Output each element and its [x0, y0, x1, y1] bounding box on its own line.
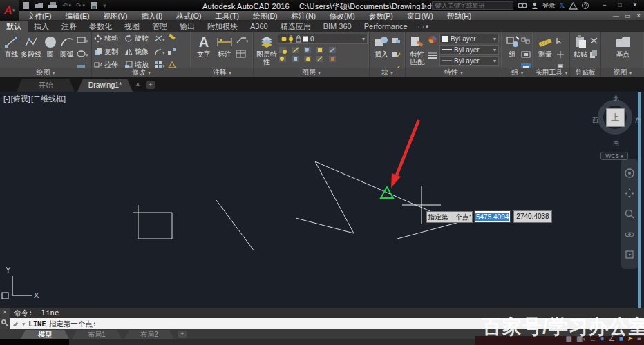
ribbon-tab[interactable]: 精选应用	[274, 21, 317, 32]
qat-dropdown-icon[interactable]: ▾	[103, 2, 106, 9]
menu-item[interactable]: 文件(F)	[21, 11, 58, 21]
dimension-button[interactable]: 标注	[214, 33, 235, 68]
doc-minimize-button[interactable]: —	[613, 11, 619, 21]
restore-button[interactable]: □	[612, 0, 627, 10]
group-button[interactable]: 组	[504, 33, 520, 68]
file-tab-close-icon[interactable]: ✕	[135, 81, 140, 88]
ribbon-tab[interactable]: 管理	[146, 21, 173, 32]
panel-label-utilities[interactable]: 实用工具 ▾	[533, 68, 569, 77]
status-menu-icon[interactable]: ≡	[637, 334, 641, 344]
menu-item[interactable]: 窗口(W)	[400, 11, 440, 21]
ribbon-tab[interactable]: BIM 360	[317, 21, 358, 32]
open-file-icon[interactable]	[35, 1, 44, 10]
stretch-button[interactable]: 拉伸	[94, 59, 123, 68]
osnap-tracking-toggle-icon[interactable]: ∠	[609, 334, 615, 344]
ribbon-tab[interactable]: 插入	[28, 21, 55, 32]
ellipse-tool-icon[interactable]: ▾	[77, 48, 89, 61]
leader-tool-icon[interactable]: ▾	[236, 34, 248, 47]
ortho-toggle-icon[interactable]: ∟	[589, 334, 596, 344]
measure-button[interactable]: 测量	[536, 33, 555, 68]
menu-item[interactable]: 格式(O)	[169, 11, 208, 21]
compass-west-label[interactable]: 西	[592, 116, 598, 125]
fillet-tool-icon[interactable]: ▾	[155, 46, 166, 59]
ribbon-tab[interactable]: A360	[244, 21, 274, 32]
offset-tool-icon[interactable]	[167, 59, 177, 68]
panel-label-properties[interactable]: 特性 ▾	[406, 68, 502, 77]
panel-label-modify[interactable]: 修改 ▾	[92, 68, 191, 77]
base-view-button[interactable]: 基点	[612, 33, 634, 68]
explode-tool-icon[interactable]	[167, 46, 177, 59]
linetype-dropdown[interactable]: ByLayer▾	[439, 56, 499, 66]
text-button[interactable]: A 文字	[193, 33, 214, 68]
menu-item[interactable]: 插入(I)	[134, 11, 169, 21]
redo-icon[interactable]: ↷▾	[76, 2, 85, 9]
customize-wrench-icon[interactable]	[1, 319, 8, 326]
copy-button[interactable]: 复制	[94, 46, 123, 57]
layout-tab-model[interactable]: 模型	[21, 330, 69, 339]
menu-item[interactable]: 标注(N)	[285, 11, 323, 21]
table-tool-icon[interactable]	[236, 48, 248, 61]
object-color-dropdown[interactable]: ByLayer▾	[439, 34, 499, 43]
command-close-icon[interactable]: ✕	[3, 310, 8, 315]
insert-block-button[interactable]: 插入	[372, 33, 391, 68]
file-tab-drawing1[interactable]: Drawing1*	[77, 79, 133, 92]
match-properties-button[interactable]: 特性匹配	[408, 33, 427, 68]
panel-label-clipboard[interactable]: 剪贴板	[570, 68, 600, 77]
rotate-button[interactable]: 旋转	[124, 33, 153, 44]
sign-in-button[interactable]: 登录	[542, 1, 556, 10]
panel-label-block[interactable]: 块 ▾	[370, 68, 405, 77]
save-icon[interactable]	[90, 1, 98, 10]
arc-button[interactable]: 圆弧	[58, 33, 76, 68]
polar-tracking-toggle-icon[interactable]: ●	[600, 334, 605, 344]
command-options-arrow-icon[interactable]: ▾	[21, 318, 26, 329]
hatch-tool-icon[interactable]: ▾	[77, 62, 89, 68]
viewport-visual-style-control[interactable]: [二维线框]	[31, 95, 66, 103]
full-nav-wheel-icon[interactable]	[625, 168, 634, 178]
menu-item[interactable]: 帮助(H)	[440, 11, 479, 21]
menu-item[interactable]: 工具(T)	[209, 11, 246, 21]
trim-tool-icon[interactable]: ▾	[155, 33, 166, 46]
create-block-tool-icon[interactable]	[392, 34, 401, 47]
panel-label-groups[interactable]: 组 ▾	[502, 68, 533, 77]
showmotion-icon[interactable]	[625, 250, 634, 259]
selection-cycling-toggle-icon[interactable]: ➤	[627, 334, 633, 344]
block-attrs-tool-icon[interactable]: ▾	[392, 62, 401, 68]
viewcube[interactable]: 上 北 南 西 东	[591, 95, 640, 150]
group-edit-tool-icon[interactable]	[521, 48, 531, 61]
panel-label-view[interactable]: 视图 ▾	[601, 68, 644, 77]
move-button[interactable]: 移动	[94, 33, 123, 44]
menu-item[interactable]: 编辑(E)	[58, 11, 96, 21]
doc-restore-button[interactable]: ▭	[625, 11, 631, 21]
command-history-line[interactable]: 命令: _line	[10, 308, 644, 318]
group-selectable-toggle-icon[interactable]	[521, 62, 531, 68]
undo-icon[interactable]: ↶▾	[62, 2, 71, 9]
ribbon-tab[interactable]: 视图	[118, 21, 146, 32]
close-button[interactable]: ✕	[627, 0, 643, 10]
copy-clip-tool-icon[interactable]	[589, 48, 598, 61]
rectangle-tool-icon[interactable]: ▾	[77, 34, 89, 47]
print-icon[interactable]	[48, 1, 57, 10]
viewcube-top-face[interactable]: 上	[606, 108, 625, 127]
search-input[interactable]: 键入关键字或短语	[432, 1, 513, 10]
viewport-view-control[interactable]: [俯视]	[11, 95, 30, 103]
help-icon[interactable]: ?	[582, 2, 589, 9]
exchange-icon[interactable]: 𝕏	[560, 2, 565, 9]
file-tab-start[interactable]: 开始	[17, 79, 75, 92]
ribbon-tab[interactable]: 参数化	[83, 21, 118, 32]
menu-item[interactable]: 修改(M)	[323, 11, 362, 21]
panel-label-annotate[interactable]: 注释 ▾	[191, 68, 253, 77]
dynamic-input-x-field[interactable]: 5475.4094	[474, 210, 511, 223]
new-drawing-tab-button[interactable]: +	[146, 81, 155, 89]
menu-item[interactable]: 绘图(D)	[246, 11, 285, 21]
drawing-canvas[interactable]: [-][俯视][二维线框] 上 北 南 西 东 WCS ▾ 指定第一个点: 54…	[0, 92, 644, 308]
scale-button[interactable]: 缩放	[124, 59, 153, 68]
layout-tab-layout2[interactable]: 布局2	[124, 330, 174, 339]
osnap-toggle-icon[interactable]: ■	[619, 334, 623, 344]
navigation-bar[interactable]	[621, 159, 638, 269]
dynamic-input-y-field[interactable]: 2740.4038	[513, 210, 552, 223]
menu-item[interactable]: 参数(P)	[362, 11, 400, 21]
cut-tool-icon[interactable]	[589, 34, 598, 47]
minimize-button[interactable]: −	[597, 0, 612, 10]
search-binoculars-icon[interactable]	[518, 2, 527, 9]
layer-tools-grid[interactable]	[278, 46, 365, 63]
